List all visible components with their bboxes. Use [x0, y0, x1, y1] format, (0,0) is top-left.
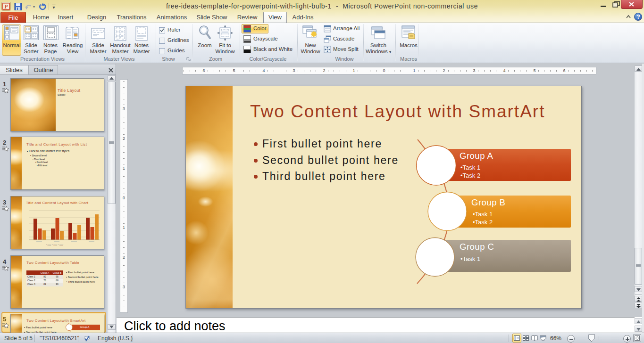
- svg-text:•Task 1: •Task 1: [473, 211, 493, 218]
- svg-text:Group A: Group A: [460, 151, 493, 161]
- svg-text:Group C: Group C: [460, 242, 494, 252]
- svg-text:•Task 2: •Task 2: [460, 172, 480, 179]
- svg-text:•Task 1: •Task 1: [460, 164, 480, 171]
- svg-text:•Task 1: •Task 1: [460, 255, 480, 262]
- svg-text:•Task 2: •Task 2: [473, 219, 493, 226]
- svg-text:Group B: Group B: [471, 197, 505, 207]
- svg-text:P: P: [4, 3, 8, 10]
